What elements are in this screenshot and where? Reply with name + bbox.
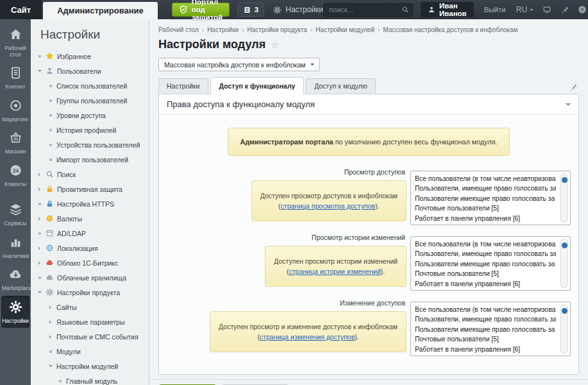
sidebar-item-20[interactable]: Модули xyxy=(31,344,149,359)
listbox-option[interactable]: Работает в панели управления [6] xyxy=(415,279,556,289)
sidebar-item-11[interactable]: Валюты xyxy=(31,211,149,226)
coin-icon xyxy=(46,214,54,223)
collapse-closed-icon[interactable] xyxy=(37,246,42,250)
listbox-option[interactable]: Пользователи имеющие право голосовать за… xyxy=(415,194,556,203)
rail-item-4[interactable]: 24 Клиенты xyxy=(1,159,29,192)
listbox-option[interactable]: Почтовые пользователи [5] xyxy=(415,269,556,278)
user-menu-button[interactable]: Иван Иванов xyxy=(421,2,474,17)
sidebar-item-12[interactable]: AD/LDAP xyxy=(31,226,149,241)
tab-2[interactable]: Доступ к модулю xyxy=(306,78,376,94)
access-listbox-0[interactable]: Все пользователи (в том числе неавторизо… xyxy=(410,171,571,225)
sidebar-item-10[interactable]: Настройка HTTPS xyxy=(31,196,149,211)
sidebar-item-3[interactable]: Группы пользователей xyxy=(31,93,149,108)
listbox-option[interactable]: Работает в панели управления [6] xyxy=(415,214,556,223)
rail-item-6[interactable]: Аналитика xyxy=(1,231,29,264)
scrollbar-thumb[interactable] xyxy=(562,177,567,183)
listbox-option[interactable]: Пользователи, имеющие право голосовать з… xyxy=(415,184,556,193)
tab-1[interactable]: Доступ к функционалу xyxy=(210,77,305,94)
collapse-closed-icon[interactable] xyxy=(37,261,42,265)
sidebar-item-22[interactable]: Главный модуль xyxy=(31,373,149,385)
access-listbox-1[interactable]: Все пользователи (в том числе неавторизо… xyxy=(410,236,571,291)
bullet-icon xyxy=(37,277,42,279)
sidebar-item-6[interactable]: Устройства пользователей xyxy=(31,137,149,152)
rail-item-0[interactable]: Рабочий стол xyxy=(1,23,29,62)
pin-icon[interactable] xyxy=(569,83,578,91)
collapse-closed-icon[interactable] xyxy=(37,173,42,176)
sidebar-item-18[interactable]: Языковые параметры xyxy=(31,314,149,329)
sidebar-item-9[interactable]: Проактивная защита xyxy=(31,182,149,196)
listbox-option[interactable]: Пользователи, имеющие право голосовать з… xyxy=(415,314,556,324)
sidebar-item-8[interactable]: Поиск xyxy=(31,167,149,182)
scrollbar-thumb[interactable] xyxy=(562,243,567,248)
sidebar-item-15[interactable]: Облачные хранилища xyxy=(31,270,149,285)
help-button[interactable]: ? Помощь xyxy=(578,5,588,14)
logout-link[interactable]: Выйти xyxy=(484,6,506,13)
portal-protected-button[interactable]: Портал под защитой xyxy=(172,3,230,17)
rail-item-5[interactable]: Сервисы xyxy=(1,198,29,231)
breadcrumb-item-3[interactable]: Настройки модулей xyxy=(315,26,374,33)
access-listbox-2[interactable]: Все пользователи (в том числе неавторизо… xyxy=(410,302,571,356)
topbar-settings-button[interactable]: Настройки xyxy=(273,5,323,14)
breadcrumb-item-0[interactable]: Рабочий стол xyxy=(158,26,199,33)
tab-0[interactable]: Настройки xyxy=(158,78,208,94)
tab-site[interactable]: Сайт xyxy=(0,0,42,19)
collapse-icon[interactable] xyxy=(566,103,571,108)
sidebar-item-16[interactable]: Настройки продукта xyxy=(31,285,149,300)
hint-box: Доступен просмотр доступов к инфоблокам … xyxy=(251,180,407,221)
sidebar-item-13[interactable]: Локализация xyxy=(31,241,149,255)
rail-item-2[interactable]: Маркетинг xyxy=(1,94,29,127)
collapse-closed-icon[interactable] xyxy=(47,320,53,324)
breadcrumb-item-1[interactable]: Настройки xyxy=(207,26,239,33)
sidebar-item-4[interactable]: Уровни доступа xyxy=(31,108,149,123)
sidebar-item-1[interactable]: Пользователи xyxy=(31,64,149,78)
rail-item-8[interactable]: Настройки xyxy=(1,296,29,329)
sidebar-item-19[interactable]: Почтовые и СМС события xyxy=(31,329,149,344)
sidebar-item-17[interactable]: Сайты xyxy=(31,300,149,314)
rail-item-7[interactable]: Marketplace xyxy=(1,263,29,296)
rail-item-3[interactable]: Магазин xyxy=(1,126,29,159)
collapse-open-icon[interactable] xyxy=(37,289,42,295)
rail-item-1[interactable]: Контент xyxy=(1,62,29,94)
listbox-scrollbar[interactable] xyxy=(560,304,568,354)
user-icon xyxy=(46,67,54,75)
favorite-star-icon[interactable]: ☆ xyxy=(271,39,279,51)
listbox-option[interactable]: Пользователи имеющие право голосовать за… xyxy=(415,325,556,334)
sidebar-item-21[interactable]: Настройки модулей xyxy=(31,359,149,373)
notifications-counter-button[interactable]: 3 xyxy=(237,3,264,17)
listbox-option[interactable]: Все пользователи (в том числе неавторизо… xyxy=(415,305,556,314)
breadcrumb-item-2[interactable]: Настройки продукта xyxy=(248,26,307,33)
module-select[interactable]: Массовая настройка доступов к инфоблокам xyxy=(158,58,320,71)
listbox-option[interactable]: Почтовые пользователи [5] xyxy=(415,334,556,344)
sidebar-item-2[interactable]: Список пользователей xyxy=(31,78,149,93)
listbox-option[interactable]: Все пользователи (в том числе неавторизо… xyxy=(415,239,556,249)
hint-link[interactable]: страница изменения доступов xyxy=(260,333,355,341)
search-input[interactable] xyxy=(323,3,413,17)
collapse-closed-icon[interactable] xyxy=(37,217,42,221)
breadcrumb-separator: › xyxy=(378,26,380,33)
scrollbar-thumb[interactable] xyxy=(562,308,567,314)
listbox-option[interactable]: Все пользователи (в том числе неавторизо… xyxy=(415,174,556,184)
sidebar-item-14[interactable]: Облако 1С-Битрикс xyxy=(31,255,149,270)
collapse-closed-icon[interactable] xyxy=(37,187,42,191)
search-icon[interactable] xyxy=(401,6,409,13)
listbox-option[interactable]: Работает в панели управления [6] xyxy=(415,345,556,354)
hint-link[interactable]: страница истории изменений xyxy=(289,268,381,275)
monitor-icon[interactable] xyxy=(542,5,551,14)
sidebar-item-7[interactable]: Импорт пользователей xyxy=(31,152,149,167)
collapse-closed-icon[interactable] xyxy=(47,335,53,339)
listbox-option[interactable]: Почтовые пользователи [5] xyxy=(415,203,556,213)
listbox-scrollbar[interactable] xyxy=(560,239,568,288)
breadcrumb-item-4[interactable]: Массовая настройка доступов к инфоблокам xyxy=(383,26,517,33)
hint-link[interactable]: страница просмотра доступов xyxy=(281,202,376,210)
listbox-option[interactable]: Пользователи имеющие право голосовать за… xyxy=(415,259,556,269)
tab-admin[interactable]: Администрирование xyxy=(43,2,158,19)
sidebar-item-0[interactable]: Избранное xyxy=(31,49,149,64)
collapse-open-icon[interactable] xyxy=(37,68,42,74)
listbox-scrollbar[interactable] xyxy=(560,173,568,223)
collapse-open-icon[interactable] xyxy=(47,363,53,369)
pin-icon[interactable] xyxy=(560,5,569,14)
collapse-closed-icon[interactable] xyxy=(47,305,53,309)
sidebar-item-5[interactable]: История профилей xyxy=(31,123,149,137)
listbox-option[interactable]: Пользователи, имеющие право голосовать з… xyxy=(415,249,556,259)
language-selector[interactable]: RU xyxy=(516,5,533,14)
